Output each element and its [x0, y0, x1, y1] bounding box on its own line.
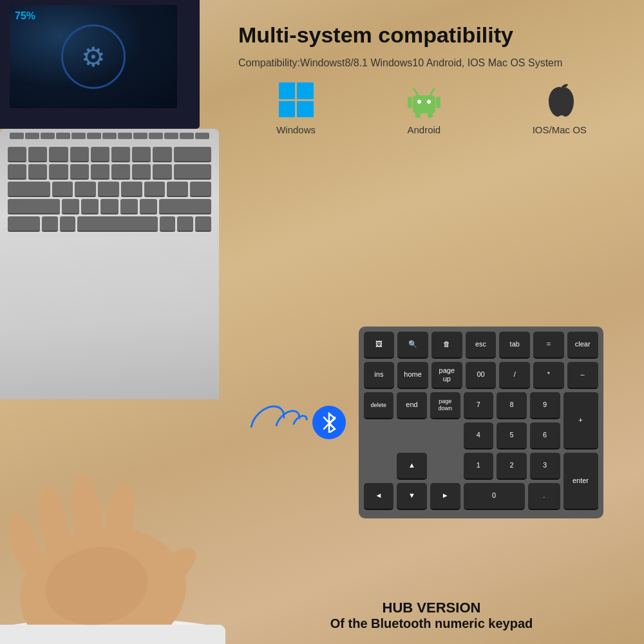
key-search[interactable]: 🔍: [397, 332, 428, 359]
numpad-row-456: 4 5 6: [464, 422, 560, 450]
trash-icon: 🗑: [443, 340, 450, 348]
kb-caps-key: [8, 182, 50, 197]
kb-key: [91, 147, 109, 162]
key-ins[interactable]: ins: [364, 362, 395, 389]
key-9[interactable]: 9: [530, 392, 560, 419]
numpad-row-0: 0 .: [464, 483, 560, 510]
fn-key: [164, 133, 178, 139]
fn-key: [71, 133, 86, 139]
keyboard-fn-row: [0, 129, 219, 142]
kb-key: [195, 216, 211, 232]
os-item-android: Android: [404, 80, 443, 135]
numpad-row-123: 1 2 3: [464, 453, 560, 480]
key-enter[interactable]: enter: [564, 453, 598, 510]
key-4[interactable]: 4: [464, 422, 494, 450]
key-pageup[interactable]: pageup: [431, 362, 462, 389]
kb-enter-key: [174, 164, 211, 180]
numpad-row-2: ins home pageup 00 / * –: [364, 362, 598, 389]
numpad-row-lr: ◄ ▼ ►: [364, 483, 460, 510]
key-6[interactable]: 6: [530, 422, 560, 450]
kb-key: [167, 182, 188, 197]
svg-rect-16: [436, 97, 440, 108]
numpad-row-789: 7 8 9: [464, 392, 560, 419]
numpad-row-3-4: delete end pagedown 7 8: [364, 392, 598, 450]
right-panel: Multi-system compatibility Compatibility…: [219, 0, 644, 138]
key-end[interactable]: end: [397, 392, 427, 419]
left-arrow-icon: ◄: [375, 491, 382, 500]
key-0[interactable]: 0: [464, 483, 525, 510]
kb-delete-key: [174, 147, 211, 162]
key-dot[interactable]: .: [528, 483, 560, 510]
numkeys-123: 1 2 3 0 .: [464, 453, 560, 510]
key-left[interactable]: ◄: [364, 483, 394, 510]
fn-key: [87, 133, 101, 139]
page: 75% ⚙: [0, 0, 644, 644]
svg-rect-8: [0, 625, 225, 644]
kb-key: [91, 164, 109, 180]
svg-rect-17: [415, 112, 421, 118]
key-right[interactable]: ►: [430, 483, 460, 510]
arrows-col: ▲ ◄ ▼ ►: [364, 453, 460, 510]
key-divide[interactable]: /: [499, 362, 530, 389]
svg-line-14: [430, 89, 434, 95]
win-pane-2: [297, 82, 314, 99]
key-pagedown[interactable]: pagedown: [430, 392, 460, 419]
key-plus[interactable]: +: [564, 392, 598, 450]
kb-space-key: [77, 216, 157, 232]
kb-key: [153, 164, 171, 180]
kb-ctrl-key: [8, 216, 40, 232]
fn-key: [180, 133, 194, 139]
laptop-screen-area: 75% ⚙: [0, 0, 200, 129]
key-tab[interactable]: tab: [499, 332, 530, 359]
key-multiply[interactable]: *: [533, 362, 564, 389]
svg-point-11: [417, 100, 421, 104]
key-clear[interactable]: clear: [567, 332, 598, 359]
screen-percent: 75%: [15, 10, 35, 22]
fn-key: [10, 133, 24, 139]
key-2[interactable]: 2: [497, 453, 527, 480]
kb-key: [132, 164, 151, 180]
key-1[interactable]: 1: [464, 453, 494, 480]
kb-key: [8, 147, 26, 162]
key-delete[interactable]: delete: [364, 392, 394, 419]
fn-key: [25, 133, 39, 139]
kb-key: [52, 182, 73, 197]
windows-icon-container: [277, 80, 316, 119]
key-photo[interactable]: 🖼: [364, 332, 395, 359]
key-home[interactable]: home: [397, 362, 428, 389]
numpad-row-5-6: ▲ ◄ ▼ ► 1 2 3: [364, 453, 598, 510]
key-minus[interactable]: –: [567, 362, 598, 389]
laptop-display: 75% ⚙: [10, 5, 177, 108]
key-up[interactable]: ▲: [397, 453, 427, 480]
apple-icon: [544, 82, 576, 118]
key-8[interactable]: 8: [497, 392, 527, 419]
key-trash[interactable]: 🗑: [431, 332, 462, 359]
fn-key: [118, 133, 132, 139]
main-title: Multi-system compatibility: [238, 23, 628, 48]
up-arrow-icon: ▲: [408, 461, 415, 469]
kb-key: [111, 147, 130, 162]
key-down[interactable]: ▼: [397, 483, 427, 510]
key-00[interactable]: 00: [466, 362, 497, 389]
win-pane-1: [279, 82, 296, 99]
kb-key: [111, 164, 130, 180]
win-pane-3: [279, 101, 296, 118]
left-keys-3-4: delete end pagedown: [364, 392, 460, 450]
keyboard-main-area: [0, 142, 219, 237]
bottom-text: HUB VERSION Of the Bluetooth numeric key…: [219, 600, 644, 631]
bluetooth-icon: [312, 406, 346, 439]
kb-shift-right: [159, 199, 211, 214]
kb-key: [28, 164, 47, 180]
kb-key: [28, 147, 47, 162]
key-3[interactable]: 3: [530, 453, 560, 480]
kb-row-4: [8, 199, 211, 214]
key-5[interactable]: 5: [497, 422, 527, 450]
key-7[interactable]: 7: [464, 392, 494, 419]
key-equals[interactable]: =: [533, 332, 564, 359]
fn-key: [133, 133, 147, 139]
key-esc[interactable]: esc: [466, 332, 497, 359]
kb-row-3: [8, 182, 211, 197]
hub-version-text: HUB VERSION: [219, 600, 644, 616]
kb-key: [177, 216, 193, 232]
keyboard-section: 🖼 🔍 🗑 esc tab = clear ins home pageup 00…: [213, 327, 644, 518]
